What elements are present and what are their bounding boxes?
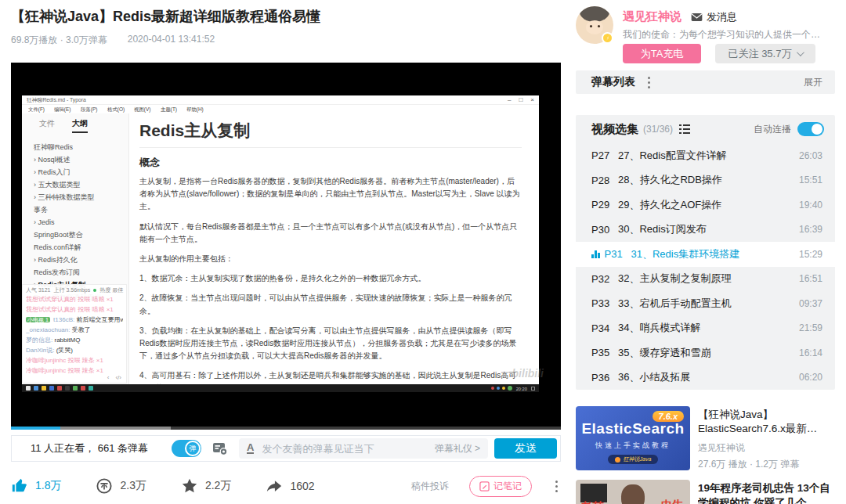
taskbar-clock: 20:20 [516,386,527,391]
playlist-count: (31/36) [643,124,673,135]
system-tray: 20:20 [491,386,535,391]
chevron-down-icon [797,49,804,56]
bilibili-watermark: bilibili [512,367,544,380]
outline-item[interactable]: SpringBoot整合 [22,229,128,241]
episode-number: P30 [591,224,618,236]
version-badge: 7.6.x [653,411,684,422]
chat-username: 冷咖啡junjinhc [26,367,66,374]
menu-item: 格式(O) [107,106,125,113]
episode-title: 32、主从复制之复制原理 [618,272,793,286]
chat-message: 梦的信息: rabbitMQ [26,335,123,345]
episode-item[interactable]: P35 35、缓存穿透和雪崩 16:14 [576,340,835,365]
chat-username: 我想试试穿认真的 [26,296,76,303]
outline-item[interactable]: 狂神聊Redis [22,141,128,153]
coin-button[interactable]: 2.3万 [96,477,146,495]
danmaku-input[interactable] [262,443,429,455]
episode-duration: 16:39 [799,224,822,235]
page-title: 【狂神说Java】Redis最新超详细版教程通俗易懂 [11,7,320,26]
send-message-link[interactable]: 发消息 [691,10,737,24]
episode-item[interactable]: P32 32、主从复制之复制原理 16:51 [576,267,835,292]
charge-button[interactable]: 为TA充电 [623,44,701,63]
font-style-icon[interactable]: A [247,443,254,454]
window-control-icon: □ [519,96,522,103]
recommend-card[interactable]: 老韩 忠告 19年程序老司机忠告 13个自学编程的坑 你踩了几个 [576,480,835,504]
doc-paragraph: 2、故障恢复：当主节点出现问题时，可以由从节点提供服务，实现快速的故障恢复；实际… [139,292,522,317]
outline-list: 狂神聊Redis› Nosql概述› Redis入门› 五大数据类型› 三种特殊… [22,141,128,304]
chat-message: 冷咖啡junjinhc 投喂 辣条 ×1 [26,355,123,365]
episode-item[interactable]: P31 31、Redis集群环境搭建 15:29 [576,242,835,267]
danmaku-etiquette-link[interactable]: 弹幕礼仪 > [435,442,480,455]
episode-number: P33 [591,297,618,309]
doc-paragraph: 3、负载均衡：在主从复制的基础上，配合读写分离，可以由主节点提供写服务，由从节点… [139,325,522,363]
expand-button[interactable]: 展开 [804,76,822,89]
danmaku-list-bar: 弹幕列表 展开 [576,70,835,94]
episode-item[interactable]: P36 36、小结及拓展 06:20 [576,365,835,391]
outline-item[interactable]: › Redis入门 [22,166,128,178]
chat-window-controls [126,289,127,293]
playlist-title: 视频选集 [591,122,638,137]
like-button[interactable]: 1.8万 [11,477,61,495]
outline-item[interactable]: › Redis持久化 [22,254,128,266]
player-progress-bar[interactable] [11,427,561,430]
send-danmaku-button[interactable]: 发送 [494,438,557,459]
more-actions-icon[interactable] [552,477,561,495]
autoplay-toggle[interactable] [797,122,824,136]
episode-item[interactable]: P28 28、持久化之RDB操作 15:51 [576,168,835,193]
chat-message: 我想试试穿认真的 投喂 喵粮 ×1 [26,294,123,304]
episode-number: P35 [591,347,618,358]
outline-item[interactable]: Redis.conf详解 [22,241,128,254]
episode-item[interactable]: P34 34、哨兵模式详解 21:59 [576,316,835,341]
outline-item[interactable]: › Nosql概述 [22,153,128,166]
bitrate-stat: 上行 3.56mbps [54,286,91,294]
chat-text: 前后端交互要用websocket吗 [76,316,123,323]
uploader-description: 我们的使命：为每个想学习知识的人提供一个… [623,28,834,41]
collapse-icon: ‹ [107,374,110,381]
danmaku-list-title: 弹幕列表 [591,75,635,89]
typora-titlebar: 狂神聊Redis.md - Typora –□× [22,95,539,105]
episode-item[interactable]: P27 27、Redis配置文件详解 26:03 [576,143,835,168]
doc-paragraph: 主从复制的作用主要包括： [139,253,522,265]
episode-number: P36 [591,372,618,383]
recommend-list: 7.6.x ElasticSearch 快速上手实战教程 狂神说Java 【狂神… [576,406,835,504]
recommend-card[interactable]: 7.6.x ElasticSearch 快速上手实战教程 狂神说Java 【狂神… [576,406,835,471]
chat-text: (笑哭) [56,347,73,354]
chat-message: 我想试试穿认真的 投喂 喵粮 ×1 [26,304,123,315]
episode-item[interactable]: P33 33、宕机后手动配置主机 09:37 [576,291,835,316]
share-button[interactable]: 1602 [266,477,314,495]
chat-username: 冷咖啡junjinhc [26,357,66,364]
publish-date: 2020-04-01 13:41:52 [128,34,215,47]
doc-paragraph: 默认情况下，每台Redis服务器都是主节点；且一个主节点可以有多个从节点(或没有… [139,221,522,246]
document-content: Redis主从复制 概念 主从复制，是指将一台Redis服务器的数据，复制到其他… [129,113,539,384]
take-notes-button[interactable]: 记笔记 [469,476,532,497]
playlist-list-icon[interactable] [679,124,690,134]
share-count: 1602 [290,480,314,492]
followed-button[interactable]: 已关注 35.7万 [715,44,815,63]
favorite-button[interactable]: 2.2万 [181,477,231,495]
episode-duration: 15:51 [799,175,822,185]
outline-item[interactable]: › 五大数据类型 [22,178,128,191]
outline-item[interactable]: › 三种特殊数据类型 [22,191,128,203]
chat-text: 投喂 辣条 ×1 [67,357,103,364]
outline-item[interactable]: 事务 [22,203,128,216]
episode-item[interactable]: P29 29、持久化之AOF操作 19:40 [576,193,835,218]
episode-number: P31 [605,248,631,260]
menu-item: 文件(F) [28,106,45,113]
danmaku-list-more-icon[interactable] [645,74,653,92]
video-player[interactable]: 狂神聊Redis.md - Typora –□× 文件(F)编辑(E)段落(P)… [11,63,561,430]
tab-files[interactable]: 文件 [39,118,55,133]
chat-text: 投喂 喵粮 ×1 [78,296,114,303]
chat-messages: 我想试试穿认真的 投喂 喵粮 ×1 我想试试穿认真的 投喂 喵粮 ×1 小电视 … [26,294,123,376]
favorite-count: 2.2万 [205,479,231,493]
progress-played [11,427,60,430]
outline-item[interactable]: Redis发布订阅 [22,266,128,279]
episode-number: P32 [591,273,618,285]
episode-item[interactable]: P30 30、Redis订阅发布 16:39 [576,218,835,243]
video-actionbar: 1.8万 2.3万 2.2万 1602 稿件投诉 记笔记 [11,468,561,504]
report-link[interactable]: 稿件投诉 [411,480,449,493]
outline-item[interactable]: › Jedis [22,216,128,229]
danmaku-settings-icon[interactable] [212,441,228,455]
menu-item: 视图(V) [134,106,150,113]
tab-outline[interactable]: 大纲 [72,118,88,133]
uploader-name[interactable]: 遇见狂神说 [623,9,682,24]
danmaku-toggle[interactable]: 弹 [172,440,201,457]
